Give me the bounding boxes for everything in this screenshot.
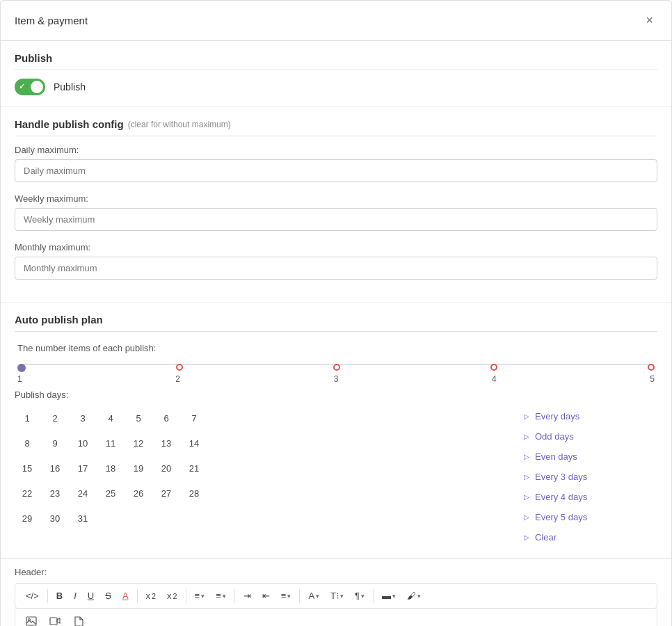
close-button[interactable]: × bbox=[641, 12, 657, 29]
toolbar-subscript-button[interactable]: x2 bbox=[162, 588, 182, 604]
toolbar-highlight-button[interactable]: A bbox=[118, 588, 134, 604]
slider-dot-4[interactable] bbox=[490, 364, 497, 371]
calendar-grid: 1 2 3 4 5 6 7 8 9 10 11 12 13 14 15 bbox=[15, 407, 504, 547]
cal-day-20[interactable]: 20 bbox=[154, 457, 179, 479]
publish-section: Publish ✓ Publish bbox=[1, 41, 671, 107]
toolbar-indent-button[interactable]: ⇥ bbox=[239, 588, 256, 604]
quick-every-4-days[interactable]: ▷ Every 4 days bbox=[518, 488, 657, 506]
cal-day-4[interactable]: 4 bbox=[98, 407, 123, 429]
cal-day-31[interactable]: 31 bbox=[70, 507, 95, 529]
weekly-max-input[interactable] bbox=[15, 208, 657, 231]
cal-day-29[interactable]: 29 bbox=[15, 507, 40, 529]
file-icon bbox=[73, 616, 84, 626]
toolbar-bold-button[interactable]: B bbox=[51, 588, 67, 604]
quick-every-4-days-label: Every 4 days bbox=[535, 492, 587, 502]
toolbar-underline-button[interactable]: U bbox=[83, 588, 99, 604]
handle-publish-note: (clear for without maximum) bbox=[128, 120, 231, 129]
toolbar-text-color-button[interactable]: 🖌 ▾ bbox=[402, 588, 426, 604]
svg-rect-2 bbox=[50, 618, 57, 625]
toolbar-file-button[interactable] bbox=[68, 613, 89, 626]
cal-day-28[interactable]: 28 bbox=[182, 482, 207, 504]
cal-day-19[interactable]: 19 bbox=[126, 457, 151, 479]
cal-day-8[interactable]: 8 bbox=[15, 432, 40, 454]
cal-day-14[interactable]: 14 bbox=[182, 432, 207, 454]
quick-every-3-days-label: Every 3 days bbox=[535, 472, 587, 482]
slider-track[interactable] bbox=[17, 358, 655, 371]
quick-every-5-days-label: Every 5 days bbox=[535, 512, 587, 522]
slider-label-3: 3 bbox=[334, 374, 339, 384]
toolbar-font-color-button[interactable]: A ▾ bbox=[303, 588, 324, 604]
daily-max-input[interactable] bbox=[15, 159, 657, 182]
modal-header: Item & payment × bbox=[1, 1, 671, 41]
cal-day-17[interactable]: 17 bbox=[70, 457, 95, 479]
cal-day-3[interactable]: 3 bbox=[70, 407, 95, 429]
cal-day-26[interactable]: 26 bbox=[126, 482, 151, 504]
toolbar-separator-2 bbox=[137, 589, 138, 603]
slider-dot-5[interactable] bbox=[648, 364, 655, 371]
publish-toggle-label: Publish bbox=[54, 81, 86, 93]
slider-dot-1[interactable] bbox=[17, 364, 26, 372]
cal-day-13[interactable]: 13 bbox=[154, 432, 179, 454]
slider-row: The number items of each publish: 1 2 3 … bbox=[15, 343, 657, 384]
quick-odd-days-label: Odd days bbox=[535, 431, 574, 442]
cal-day-6[interactable]: 6 bbox=[154, 407, 179, 429]
publish-toggle[interactable]: ✓ bbox=[15, 79, 45, 95]
play-icon-even-days: ▷ bbox=[524, 453, 529, 460]
toolbar-align-button[interactable]: ≡ ▾ bbox=[276, 588, 296, 604]
cal-day-16[interactable]: 16 bbox=[42, 457, 67, 479]
cal-day-10[interactable]: 10 bbox=[70, 432, 95, 454]
quick-even-days[interactable]: ▷ Even days bbox=[518, 447, 657, 466]
monthly-max-input[interactable] bbox=[15, 257, 657, 280]
cal-day-7[interactable]: 7 bbox=[182, 407, 207, 429]
cal-day-9[interactable]: 9 bbox=[42, 432, 67, 454]
toolbar-italic-button[interactable]: I bbox=[69, 588, 81, 604]
header-label: Header: bbox=[15, 567, 657, 577]
toolbar-font-size-button[interactable]: T⁝ ▾ bbox=[326, 588, 349, 604]
slider-dot-2[interactable] bbox=[176, 364, 183, 371]
slider-label-1: 1 bbox=[17, 374, 22, 384]
toolbar-strikethrough-button[interactable]: S bbox=[100, 588, 116, 604]
slider-dots bbox=[17, 364, 655, 372]
cal-day-22[interactable]: 22 bbox=[15, 482, 40, 504]
cal-day-30[interactable]: 30 bbox=[42, 507, 67, 529]
cal-day-21[interactable]: 21 bbox=[182, 457, 207, 479]
toolbar-ordered-list-button[interactable]: ≡ ▾ bbox=[211, 588, 231, 604]
toolbar-paragraph-button[interactable]: ¶ ▾ bbox=[350, 588, 369, 604]
play-icon-every-4-days: ▷ bbox=[524, 493, 529, 501]
cal-day-5[interactable]: 5 bbox=[126, 407, 151, 429]
quick-every-5-days[interactable]: ▷ Every 5 days bbox=[518, 508, 657, 527]
toolbar-outdent-button[interactable]: ⇤ bbox=[257, 588, 275, 604]
quick-every-days-label: Every days bbox=[535, 411, 579, 422]
cal-day-27[interactable]: 27 bbox=[154, 482, 179, 504]
cal-day-18[interactable]: 18 bbox=[98, 457, 123, 479]
quick-every-days[interactable]: ▷ Every days bbox=[518, 407, 657, 426]
toolbar-background-button[interactable]: ▬ ▾ bbox=[377, 588, 401, 604]
cal-day-24[interactable]: 24 bbox=[70, 482, 95, 504]
slider-dot-3[interactable] bbox=[333, 364, 340, 371]
toggle-slider: ✓ bbox=[15, 79, 45, 95]
toolbar-bullet-list-button[interactable]: ≡ ▾ bbox=[190, 588, 210, 604]
weekly-max-group: Weekly maximum: bbox=[15, 193, 657, 231]
cal-day-2[interactable]: 2 bbox=[42, 407, 67, 429]
publish-row: ✓ Publish bbox=[15, 79, 657, 95]
monthly-max-label: Monthly maximum: bbox=[15, 242, 657, 252]
toolbar-image-button[interactable] bbox=[21, 613, 42, 626]
toolbar-code-button[interactable]: </> bbox=[21, 588, 44, 604]
quick-clear[interactable]: ▷ Clear bbox=[518, 528, 657, 547]
toolbar-separator-5 bbox=[299, 589, 300, 603]
toolbar-separator-1 bbox=[47, 589, 48, 603]
quick-every-3-days[interactable]: ▷ Every 3 days bbox=[518, 467, 657, 486]
cal-day-1[interactable]: 1 bbox=[15, 407, 40, 429]
cal-day-23[interactable]: 23 bbox=[42, 482, 67, 504]
quick-odd-days[interactable]: ▷ Odd days bbox=[518, 427, 657, 446]
cal-day-25[interactable]: 25 bbox=[98, 482, 123, 504]
cal-day-15[interactable]: 15 bbox=[15, 457, 40, 479]
play-icon-every-days: ▷ bbox=[524, 412, 529, 420]
toolbar-video-button[interactable] bbox=[45, 613, 65, 626]
cal-day-11[interactable]: 11 bbox=[98, 432, 123, 454]
cal-day-12[interactable]: 12 bbox=[126, 432, 151, 454]
header-section: Header: </> B I U S A x2 x2 ≡ ▾ ≡ ▾ ⇥ ⇤ … bbox=[1, 558, 671, 626]
auto-publish-title: Auto publish plan bbox=[15, 314, 657, 332]
daily-max-label: Daily maximum: bbox=[15, 145, 657, 155]
toolbar-superscript-button[interactable]: x2 bbox=[141, 588, 161, 604]
